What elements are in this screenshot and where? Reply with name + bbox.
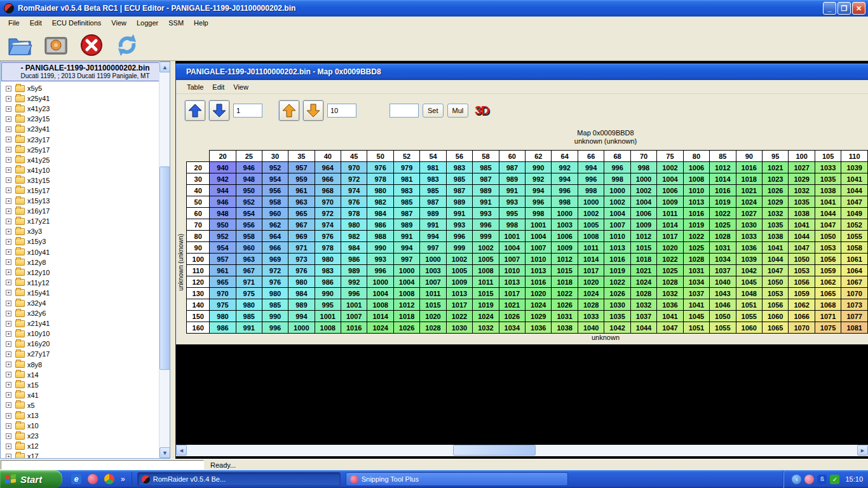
map-data-cell[interactable]: 996 <box>446 231 472 242</box>
map-data-cell[interactable]: 978 <box>367 173 393 185</box>
map-data-cell[interactable]: 976 <box>315 231 341 242</box>
map-data-cell[interactable]: 993 <box>473 208 499 219</box>
map-data-cell[interactable]: 1047 <box>657 322 683 334</box>
map-data-cell[interactable]: 980 <box>315 254 341 265</box>
expand-plus-icon[interactable]: + <box>6 301 11 306</box>
map-data-cell[interactable]: 1021 <box>630 265 656 276</box>
expand-plus-icon[interactable]: + <box>6 239 11 245</box>
tree-item-x41y23[interactable]: +x41y23 <box>1 104 159 114</box>
map-data-cell[interactable]: 985 <box>446 173 472 185</box>
expand-plus-icon[interactable]: + <box>6 341 11 347</box>
map-data-cell[interactable]: 1071 <box>815 311 841 322</box>
map-data-cell[interactable]: 1042 <box>736 265 762 276</box>
map-data-cell[interactable]: 1011 <box>420 288 446 299</box>
map-data-cell[interactable]: 1015 <box>420 299 446 311</box>
map-data-cell[interactable]: 1070 <box>789 322 815 334</box>
map-data-cell[interactable]: 966 <box>262 242 288 254</box>
tree-item-x15y13[interactable]: +x15y13 <box>1 196 159 206</box>
map-data-cell[interactable]: 1041 <box>841 173 868 185</box>
tree-item-x5[interactable]: +x5 <box>1 400 159 410</box>
map-data-cell[interactable]: 1065 <box>762 322 788 334</box>
tree-item-x41[interactable]: +x41 <box>1 390 159 400</box>
map-data-cell[interactable]: 1002 <box>473 242 499 254</box>
map-data-cell[interactable]: 1007 <box>499 254 525 265</box>
expand-plus-icon[interactable]: + <box>6 413 11 419</box>
map-data-cell[interactable]: 1048 <box>736 288 762 299</box>
map-data-cell[interactable]: 998 <box>578 185 604 196</box>
map-data-cell[interactable]: 1041 <box>789 219 815 231</box>
map-data-cell[interactable]: 958 <box>236 231 262 242</box>
decrease-fine-button[interactable] <box>209 100 229 121</box>
map-data-cell[interactable]: 1022 <box>657 254 683 265</box>
expand-plus-icon[interactable]: + <box>6 147 11 152</box>
map-data-cell[interactable]: 1042 <box>604 322 630 334</box>
map-data-cell[interactable]: 1017 <box>578 265 604 276</box>
map-data-cell[interactable]: 998 <box>552 196 578 208</box>
map-data-cell[interactable]: 985 <box>393 196 419 208</box>
map-data-cell[interactable]: 989 <box>499 173 525 185</box>
map-data-cell[interactable]: 996 <box>473 219 499 231</box>
map-data-cell[interactable]: 996 <box>367 265 393 276</box>
map-data-cell[interactable]: 1032 <box>657 288 683 299</box>
map-data-cell[interactable]: 1000 <box>630 173 656 185</box>
map-data-cell[interactable]: 1012 <box>630 231 656 242</box>
internet-explorer-icon[interactable]: e <box>71 474 81 484</box>
map-data-cell[interactable]: 1050 <box>762 276 788 288</box>
map-data-cell[interactable]: 970 <box>341 162 367 173</box>
map-data-cell[interactable]: 1026 <box>499 311 525 322</box>
map-data-cell[interactable]: 1026 <box>762 185 788 196</box>
map-data-cell[interactable]: 990 <box>526 162 552 173</box>
map-data-cell[interactable]: 984 <box>341 242 367 254</box>
map-data-cell[interactable]: 1066 <box>789 311 815 322</box>
map-data-cell[interactable]: 1044 <box>841 185 868 196</box>
tree-item-x10y10[interactable]: +x10y10 <box>1 329 159 339</box>
map-data-cell[interactable]: 978 <box>315 242 341 254</box>
expand-plus-icon[interactable]: + <box>6 177 11 183</box>
map-data-cell[interactable]: 950 <box>236 185 262 196</box>
map-data-cell[interactable]: 1001 <box>341 299 367 311</box>
map-data-cell[interactable]: 1055 <box>710 322 736 334</box>
map-data-cell[interactable]: 952 <box>236 196 262 208</box>
taskbar-task-romraider[interactable]: RomRaider v0.5.4 Be... <box>137 472 341 486</box>
map-data-cell[interactable]: 993 <box>367 254 393 265</box>
map-data-cell[interactable]: 1050 <box>789 254 815 265</box>
save-image-button[interactable] <box>42 32 70 58</box>
map-data-cell[interactable]: 1047 <box>762 265 788 276</box>
map-data-cell[interactable]: 1031 <box>710 242 736 254</box>
map-data-cell[interactable]: 1015 <box>473 288 499 299</box>
map-data-cell[interactable]: 965 <box>210 276 236 288</box>
map-data-cell[interactable]: 1014 <box>657 219 683 231</box>
map-data-cell[interactable]: 972 <box>341 173 367 185</box>
map-data-cell[interactable]: 1028 <box>630 288 656 299</box>
map-data-cell[interactable]: 1030 <box>604 299 630 311</box>
map-data-cell[interactable]: 958 <box>262 196 288 208</box>
map-data-cell[interactable]: 1028 <box>710 231 736 242</box>
map-data-cell[interactable]: 946 <box>210 196 236 208</box>
map-data-cell[interactable]: 961 <box>210 265 236 276</box>
map-data-cell[interactable]: 994 <box>552 173 578 185</box>
map-data-cell[interactable]: 1020 <box>578 276 604 288</box>
map-data-cell[interactable]: 1032 <box>789 185 815 196</box>
map-data-cell[interactable]: 1036 <box>657 299 683 311</box>
tree-item-x15y41[interactable]: +x15y41 <box>1 288 159 298</box>
map-data-cell[interactable]: 1025 <box>657 265 683 276</box>
map-data-cell[interactable]: 971 <box>288 242 315 254</box>
map-data-cell[interactable]: 1018 <box>393 311 419 322</box>
tree-item-x21y41[interactable]: +x21y41 <box>1 318 159 329</box>
map-data-cell[interactable]: 963 <box>236 254 262 265</box>
map-data-cell[interactable]: 997 <box>420 242 446 254</box>
map-data-cell[interactable]: 1064 <box>841 265 868 276</box>
chrome-icon[interactable] <box>104 474 114 484</box>
map-data-cell[interactable]: 1014 <box>578 254 604 265</box>
scroll-left-icon[interactable]: ◄ <box>176 445 187 456</box>
map-data-cell[interactable]: 1024 <box>630 276 656 288</box>
map-data-cell[interactable]: 1000 <box>288 322 315 334</box>
menu-item-ecu-definitions[interactable]: ECU Definitions <box>48 18 106 28</box>
map-data-cell[interactable]: 1021 <box>736 185 762 196</box>
map-data-cell[interactable]: 1020 <box>657 242 683 254</box>
map-data-cell[interactable]: 1038 <box>815 185 841 196</box>
map-data-cell[interactable]: 1010 <box>526 254 552 265</box>
close-image-button[interactable] <box>78 32 105 58</box>
tree-item-x15[interactable]: +x15 <box>1 380 159 390</box>
map-data-cell[interactable]: 956 <box>262 185 288 196</box>
